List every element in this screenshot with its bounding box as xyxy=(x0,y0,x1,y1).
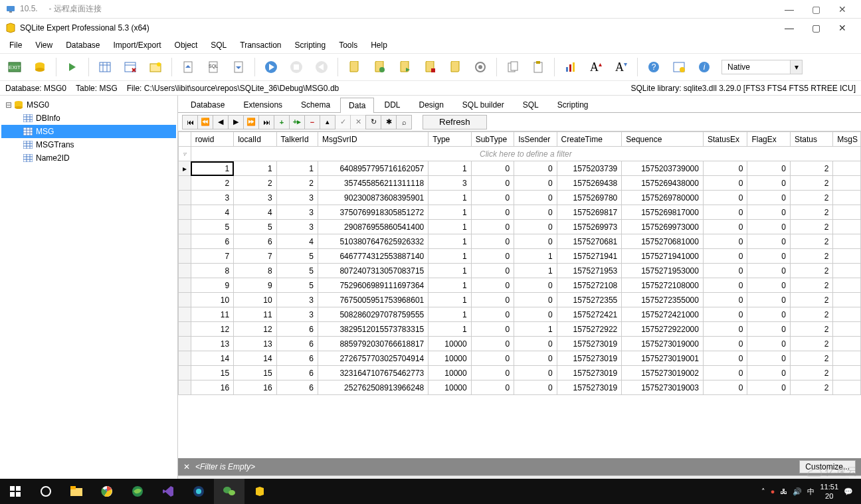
tab-design[interactable]: Design xyxy=(410,97,452,112)
cell[interactable]: 1575269780 xyxy=(557,191,622,205)
cell[interactable]: 2 xyxy=(276,176,318,191)
cell[interactable]: 1575272421000 xyxy=(622,307,704,322)
cell[interactable]: 6467774312553887140 xyxy=(318,249,428,264)
cell[interactable]: 1 xyxy=(191,161,233,176)
import-sql-button[interactable] xyxy=(177,56,199,78)
cell[interactable]: 13 xyxy=(234,337,276,351)
cell[interactable]: 2 xyxy=(191,176,233,191)
app-minimize-button[interactable]: — xyxy=(776,23,803,33)
new-view-button[interactable] xyxy=(145,56,166,78)
cell[interactable]: 1 xyxy=(429,191,471,205)
cell[interactable]: 1575272108 xyxy=(557,278,622,293)
tray-chevron-icon[interactable]: ˄ xyxy=(761,487,765,496)
cell[interactable] xyxy=(833,234,861,249)
cell[interactable]: 0 xyxy=(747,278,790,293)
post-button[interactable]: ✓ xyxy=(335,115,351,129)
cell[interactable]: 2 xyxy=(790,264,832,278)
app-icon-blue[interactable] xyxy=(183,479,214,504)
append-row-button[interactable]: +▸ xyxy=(289,115,305,129)
tab-scripting[interactable]: Scripting xyxy=(549,97,597,112)
cell[interactable]: 3 xyxy=(429,176,471,191)
cell[interactable]: 0 xyxy=(471,220,514,234)
menu-database[interactable]: Database xyxy=(60,39,105,51)
cell[interactable]: 10000 xyxy=(429,380,471,395)
cell[interactable]: 1575269817000 xyxy=(622,205,704,220)
cell[interactable]: 1575272108000 xyxy=(622,278,704,293)
cell[interactable]: 11 xyxy=(191,307,233,322)
cell[interactable]: 0 xyxy=(471,161,514,176)
cell[interactable]: 0 xyxy=(514,205,557,220)
cell[interactable]: 13 xyxy=(191,337,233,351)
exit-button[interactable]: EXIT xyxy=(4,56,25,78)
table-row[interactable]: 1414627267577030257049141000000157527301… xyxy=(179,351,861,366)
cell[interactable]: 2 xyxy=(790,337,832,351)
cell[interactable]: 1 xyxy=(429,205,471,220)
cell[interactable]: 1575273019 xyxy=(557,380,622,395)
cell[interactable]: 1575269973000 xyxy=(622,220,704,234)
rdp-maximize-button[interactable]: ▢ xyxy=(803,4,829,15)
cell[interactable]: 0 xyxy=(703,220,747,234)
cell[interactable]: 1 xyxy=(429,307,471,322)
cell[interactable]: 2 xyxy=(790,234,832,249)
delete-row-button[interactable]: − xyxy=(304,115,320,129)
cell[interactable]: 290876955860541400 xyxy=(318,220,428,234)
cell[interactable]: 5103807647625926332 xyxy=(318,234,428,249)
menu-view[interactable]: View xyxy=(30,39,58,51)
cell[interactable]: 1 xyxy=(429,220,471,234)
prev-icon[interactable] xyxy=(311,56,332,78)
start-button[interactable] xyxy=(0,479,31,504)
cell[interactable]: 0 xyxy=(514,161,557,176)
cell[interactable]: 1575271953 xyxy=(557,264,622,278)
col-status[interactable]: Status xyxy=(790,132,832,147)
col-createtime[interactable]: CreateTime xyxy=(557,132,622,147)
cell[interactable]: 1 xyxy=(429,234,471,249)
nav-prev-page-button[interactable]: ⏪ xyxy=(197,115,213,129)
cell[interactable]: 0 xyxy=(514,176,557,191)
cell[interactable]: 16 xyxy=(234,380,276,395)
cell[interactable]: 6 xyxy=(276,322,318,337)
insert-row-button[interactable]: + xyxy=(274,115,290,129)
cell[interactable]: 1 xyxy=(276,161,318,176)
help-icon[interactable]: ? xyxy=(643,56,664,78)
cell[interactable] xyxy=(833,351,861,366)
col-msgsvrid[interactable]: MsgSvrID xyxy=(318,132,428,147)
cell[interactable]: 1575273019000 xyxy=(622,337,704,351)
cell[interactable]: 7 xyxy=(234,249,276,264)
cell[interactable]: 5 xyxy=(276,264,318,278)
tab-schema[interactable]: Schema xyxy=(292,97,339,112)
cell[interactable]: 2 xyxy=(790,380,832,395)
cell[interactable]: 0 xyxy=(514,220,557,234)
cell[interactable]: 0 xyxy=(471,176,514,191)
cell[interactable]: 0 xyxy=(747,380,790,395)
table-row[interactable]: 5532908769558605414001001575269973157526… xyxy=(179,220,861,234)
cell[interactable]: 1 xyxy=(429,249,471,264)
refresh-button[interactable]: Refresh xyxy=(423,115,487,129)
cell[interactable]: 0 xyxy=(703,249,747,264)
cell[interactable]: 0 xyxy=(747,191,790,205)
cell[interactable]: 3 xyxy=(234,191,276,205)
font-shrink-icon[interactable]: A▾ xyxy=(611,56,632,78)
cell[interactable]: 0 xyxy=(747,337,790,351)
cell[interactable]: 4 xyxy=(234,205,276,220)
cell[interactable]: 1575273019002 xyxy=(622,366,704,380)
cell[interactable]: 2 xyxy=(790,249,832,264)
visual-studio-icon[interactable] xyxy=(153,479,183,504)
cell[interactable]: 4 xyxy=(191,205,233,220)
refresh-nav-button[interactable]: ↻ xyxy=(365,115,381,129)
taskbar-clock[interactable]: 11:51 20 xyxy=(820,482,838,501)
rdp-close-button[interactable]: ✕ xyxy=(829,4,856,15)
cell[interactable]: 1575271941000 xyxy=(622,249,704,264)
table-row[interactable]: 8858072407313057083715101157527195315752… xyxy=(179,264,861,278)
table-row[interactable]: 1010376750059517539686011001575272355157… xyxy=(179,293,861,307)
cell[interactable]: 0 xyxy=(747,176,790,191)
cell[interactable]: 10000 xyxy=(429,351,471,366)
cell[interactable]: 0 xyxy=(703,380,747,395)
tray-security-icon[interactable]: ● xyxy=(771,487,775,495)
table-row[interactable]: 1616625276250891396624810000001575273019… xyxy=(179,380,861,395)
cell[interactable]: 3 xyxy=(276,220,318,234)
cell[interactable]: 0 xyxy=(747,307,790,322)
script-2-button[interactable] xyxy=(369,56,390,78)
notifications-icon[interactable]: 💬 xyxy=(844,487,853,496)
cell[interactable]: 3 xyxy=(276,191,318,205)
chart-icon[interactable] xyxy=(560,56,581,78)
